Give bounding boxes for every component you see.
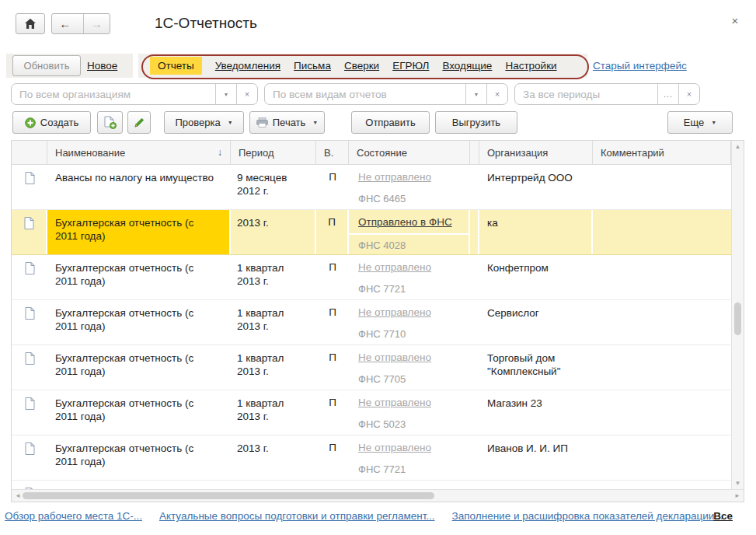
tab-settings[interactable]: Настройки bbox=[505, 60, 556, 72]
column-v[interactable]: В. bbox=[316, 141, 349, 164]
table-row[interactable]: Бухгалтерская отчетность (с 2011 года) 1… bbox=[12, 300, 731, 345]
table-row-selected[interactable]: Бухгалтерская отчетность (с 2011 года) 2… bbox=[12, 210, 731, 255]
create-button[interactable]: Создать bbox=[12, 111, 91, 134]
report-name: Авансы по налогу на имущество bbox=[47, 165, 231, 209]
footer-link-declaration[interactable]: Заполнение и расшифровка показателей дек… bbox=[452, 510, 723, 522]
status-link[interactable]: Не отправлено bbox=[358, 442, 431, 453]
old-interface-link[interactable]: Старый интерфейс bbox=[593, 60, 687, 72]
more-button-label: Еще bbox=[684, 117, 704, 128]
column-comment[interactable]: Комментарий bbox=[593, 141, 731, 164]
status-link[interactable]: Не отправлено bbox=[358, 261, 431, 273]
organization: Магазин 23 bbox=[479, 390, 593, 435]
new-link[interactable]: Новое bbox=[87, 60, 117, 72]
organization: Конфетпром bbox=[479, 255, 593, 299]
tab-reports[interactable]: Отчеты bbox=[150, 57, 202, 75]
status-link[interactable]: Не отправлено bbox=[358, 306, 431, 318]
column-org[interactable]: Организация bbox=[479, 141, 593, 164]
report-type-filter-input[interactable] bbox=[265, 84, 465, 104]
comment bbox=[593, 255, 731, 299]
column-icon[interactable] bbox=[12, 141, 47, 164]
organization: Иванов И. И. ИП bbox=[479, 435, 593, 480]
clear-icon[interactable]: × bbox=[678, 84, 699, 104]
refresh-button[interactable]: Обновить bbox=[12, 55, 81, 76]
home-icon bbox=[25, 19, 36, 29]
period-filter: ... × bbox=[514, 83, 700, 105]
organization: Сервислог bbox=[479, 300, 593, 344]
table-row[interactable]: Бухгалтерская отчетность (с 2011 года) 2… bbox=[12, 435, 731, 481]
clear-icon[interactable]: × bbox=[486, 84, 507, 104]
report-period: 1 квартал 2013 г. bbox=[231, 390, 316, 435]
comment bbox=[593, 345, 731, 390]
column-name[interactable]: Наименование ↓ bbox=[47, 141, 231, 164]
tab-incoming[interactable]: Входящие bbox=[442, 60, 492, 72]
organization-filter-input[interactable] bbox=[12, 84, 215, 104]
comment bbox=[593, 435, 731, 480]
check-button[interactable]: Проверка ▼ bbox=[164, 111, 244, 134]
report-flag: П bbox=[316, 165, 349, 209]
close-icon[interactable]: × bbox=[727, 14, 743, 27]
vertical-scrollbar[interactable]: ▲ ▼ bbox=[731, 141, 744, 489]
column-name-label: Наименование bbox=[55, 147, 125, 159]
organization: Торговый дом "Комплексный" bbox=[479, 345, 593, 390]
tab-reconciliations[interactable]: Сверки bbox=[344, 60, 379, 72]
footer-all-link[interactable]: Все bbox=[713, 510, 733, 522]
chevron-down-icon[interactable]: ▼ bbox=[465, 84, 486, 104]
table-row-partial[interactable]: Бухгалтерская отчетность (с 2011 года) 2… bbox=[12, 481, 731, 489]
create-button-label: Создать bbox=[40, 117, 78, 128]
status-link[interactable]: Не отправлено bbox=[358, 171, 431, 183]
chevron-down-icon: ▼ bbox=[228, 120, 233, 125]
tab-letters[interactable]: Письма bbox=[294, 60, 331, 72]
pencil-icon bbox=[134, 117, 145, 128]
fns-code: ФНС 7721 bbox=[349, 278, 470, 295]
tab-notifications[interactable]: Уведомления bbox=[215, 60, 280, 72]
chevron-down-icon: ▼ bbox=[711, 120, 716, 125]
organization: Интертрейд ООО bbox=[479, 481, 593, 489]
table-row[interactable]: Бухгалтерская отчетность (с 2011 года) 1… bbox=[12, 390, 731, 435]
column-state[interactable]: Состояние bbox=[349, 141, 470, 164]
organization: Интертрейд ООО bbox=[479, 165, 593, 209]
scroll-left-icon[interactable]: ◄ bbox=[15, 492, 21, 499]
more-button[interactable]: Еще ▼ bbox=[667, 111, 733, 134]
print-button[interactable]: Печать ▼ bbox=[249, 111, 325, 134]
report-name: Бухгалтерская отчетность (с 2011 года) bbox=[47, 300, 231, 344]
forward-icon[interactable]: → bbox=[83, 14, 110, 33]
ellipsis-icon[interactable]: ... bbox=[657, 84, 678, 104]
period-filter-input[interactable] bbox=[515, 84, 657, 104]
edit-button[interactable] bbox=[127, 111, 151, 134]
scroll-down-icon[interactable]: ▼ bbox=[732, 480, 744, 487]
home-button[interactable] bbox=[16, 13, 45, 34]
document-icon bbox=[25, 172, 35, 184]
tab-egrul[interactable]: ЕГРЮЛ bbox=[392, 60, 429, 72]
status-link[interactable]: Не отправлено bbox=[358, 397, 431, 408]
back-icon[interactable]: ← bbox=[52, 14, 78, 33]
chevron-down-icon[interactable]: ▼ bbox=[215, 84, 236, 104]
table-row[interactable]: Бухгалтерская отчетность (с 2011 года) 1… bbox=[12, 255, 731, 300]
scroll-right-icon[interactable]: ► bbox=[734, 492, 740, 499]
status-link[interactable]: Отправлено в ФНС bbox=[358, 216, 452, 228]
sort-desc-icon: ↓ bbox=[218, 147, 222, 158]
copy-document-button[interactable] bbox=[97, 111, 123, 134]
report-period: 2013 г. bbox=[231, 481, 316, 489]
report-period: 2013 г. bbox=[231, 435, 316, 480]
footer-link-overview[interactable]: Обзор рабочего места 1С-... bbox=[5, 510, 142, 522]
clear-icon[interactable]: × bbox=[236, 84, 257, 104]
vertical-scrollbar-thumb[interactable] bbox=[734, 302, 741, 335]
horizontal-scrollbar-thumb[interactable] bbox=[23, 492, 434, 499]
document-icon bbox=[25, 262, 35, 274]
status-link[interactable]: Не отправлено bbox=[358, 351, 431, 363]
report-flag: П bbox=[316, 390, 349, 435]
report-flag: П bbox=[316, 255, 349, 299]
scroll-up-icon[interactable]: ▲ bbox=[732, 143, 744, 150]
column-period[interactable]: Период bbox=[231, 141, 316, 164]
table-row[interactable]: Авансы по налогу на имущество 9 месяцев … bbox=[12, 165, 731, 210]
copy-document-icon bbox=[104, 116, 117, 129]
table-row[interactable]: Бухгалтерская отчетность (с 2011 года) 1… bbox=[12, 345, 731, 390]
report-period: 1 квартал 2013 г. bbox=[231, 345, 316, 390]
page-title: 1С-Отчетность bbox=[155, 15, 257, 32]
report-period: 9 месяцев 2012 г. bbox=[231, 165, 316, 209]
send-button[interactable]: Отправить bbox=[351, 111, 430, 134]
export-button[interactable]: Выгрузить bbox=[435, 111, 517, 134]
footer-link-questions[interactable]: Актуальные вопросы подготовки и отправки… bbox=[159, 510, 435, 522]
print-button-label: Печать bbox=[273, 117, 306, 128]
horizontal-scrollbar[interactable]: ◄ ► bbox=[12, 489, 744, 502]
